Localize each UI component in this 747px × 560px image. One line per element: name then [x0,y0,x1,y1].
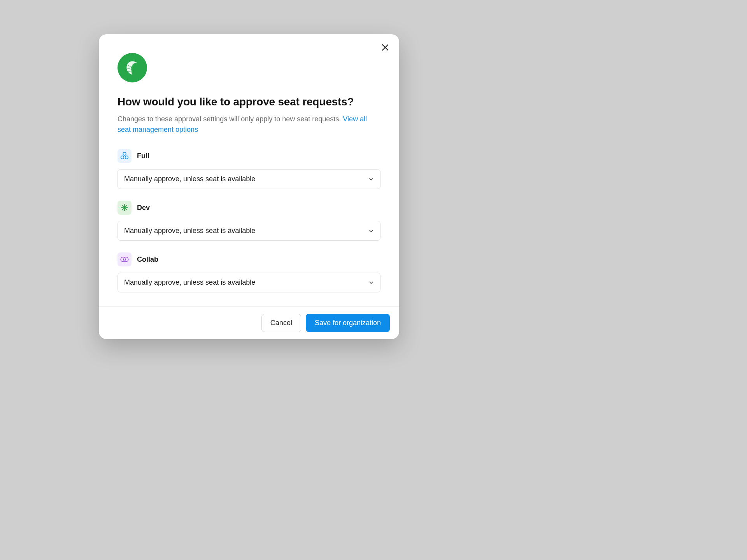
seat-label-collab: Collab [137,256,158,264]
close-icon [381,44,389,51]
svg-point-2 [125,156,128,159]
approval-select-dev-value: Manually approve, unless seat is availab… [124,227,255,235]
approval-select-collab[interactable]: Manually approve, unless seat is availab… [117,273,381,292]
org-logo [117,53,147,82]
modal-body: How would you like to approve seat reque… [99,34,399,306]
svg-point-1 [121,156,124,159]
seat-header-full: Full [117,149,381,163]
full-seat-icon [117,149,132,163]
chevron-down-icon [368,177,374,182]
modal-footer: Cancel Save for organization [99,306,399,339]
chevron-down-icon [368,228,374,234]
seat-group-collab: Collab Manually approve, unless seat is … [117,252,381,292]
svg-point-0 [123,152,126,156]
leaf-icon [124,59,141,76]
seat-header-collab: Collab [117,252,381,266]
svg-point-4 [124,257,128,262]
modal-description-text: Changes to these approval settings will … [117,115,343,123]
approval-select-full[interactable]: Manually approve, unless seat is availab… [117,169,381,189]
modal-description: Changes to these approval settings will … [117,114,381,135]
approval-select-dev[interactable]: Manually approve, unless seat is availab… [117,221,381,241]
seat-header-dev: Dev [117,201,381,215]
seat-approval-modal: How would you like to approve seat reque… [99,34,399,339]
collab-seat-icon [117,252,132,266]
modal-title: How would you like to approve seat reque… [117,95,381,108]
approval-select-full-value: Manually approve, unless seat is availab… [124,175,255,183]
close-button[interactable] [379,41,391,54]
seat-group-dev: Dev Manually approve, unless seat is ava… [117,201,381,241]
seat-label-full: Full [137,152,149,160]
approval-select-collab-value: Manually approve, unless seat is availab… [124,278,255,287]
cancel-button[interactable]: Cancel [261,314,301,332]
chevron-down-icon [368,280,374,285]
seat-label-dev: Dev [137,204,150,212]
save-button[interactable]: Save for organization [306,314,390,332]
seat-group-full: Full Manually approve, unless seat is av… [117,149,381,189]
dev-seat-icon [117,201,132,215]
